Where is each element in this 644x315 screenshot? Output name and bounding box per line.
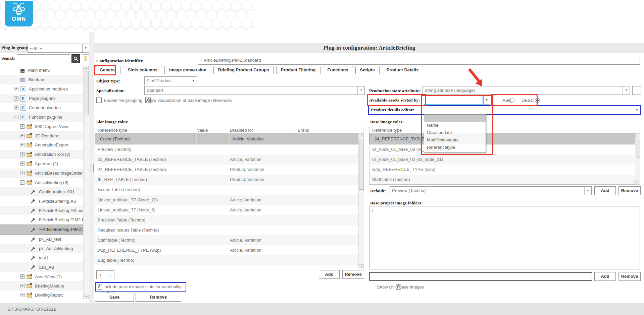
expand-plus-icon[interactable]: +	[14, 87, 18, 91]
tree-item-pk-ab-test[interactable]: pk_AB_test	[0, 235, 83, 244]
tree-item-f-articlebriefing-as-auto[interactable]: F.ArticleBriefing.AS.auto	[0, 206, 83, 215]
folder-input[interactable]	[369, 272, 592, 281]
collapse-minus-icon[interactable]: −	[20, 180, 24, 185]
include-parent-checkbox[interactable]	[97, 284, 102, 290]
specialization-select[interactable]: Standart ▼	[144, 86, 365, 95]
tree-item-test1[interactable]: test1	[0, 253, 83, 263]
table-row[interactable]: IK_REF_TABLE (Techno)Product, Variation	[95, 175, 363, 185]
expand-plus-icon[interactable]: +	[20, 162, 24, 166]
table-row[interactable]: vz_node_01_base_02 (vz_node_01)	[369, 154, 640, 165]
tree-item-page-plug-ins[interactable]: +PPage plug-ins	[0, 94, 83, 103]
tree-item-f-articlebriefing-pim2-standard[interactable]: F.ArticleBriefing.PIM2.Standard	[0, 225, 83, 235]
slot-scrollbar-thumb[interactable]	[359, 139, 364, 190]
scroll-down-icon[interactable]: ▼	[84, 295, 89, 299]
config-identifier-input[interactable]: F.ArticleBriefing.PIM2.Standard	[198, 56, 640, 65]
slot-remove-button[interactable]: Remove	[342, 270, 364, 279]
table-row[interactable]: Staff table (Techno)	[369, 175, 640, 185]
tab-briefing-product-groups[interactable]: Briefing Product Groups	[213, 66, 274, 74]
tree-item-360-degree-view[interactable]: +360 Degree View	[0, 122, 83, 131]
tree-item-briefingmodule[interactable]: +BriefingModule	[0, 281, 83, 291]
expand-plus-icon[interactable]: +	[20, 134, 24, 138]
tab-slots-columns[interactable]: Slots columns	[123, 66, 162, 74]
tree-scrollbar-thumb[interactable]	[84, 71, 89, 115]
tree-item-configuration-001[interactable]: Configuration_001	[0, 187, 83, 196]
tree-item-main-menu[interactable]: ▦Main menu	[0, 66, 83, 75]
tree-item-pk-articlebriefing[interactable]: pk_ArticleBriefing	[0, 244, 83, 253]
tree-item-articlebasedimageorder[interactable]: +ArticleBasedImageOrder	[0, 169, 83, 178]
column-header-reference-type[interactable]: Reference type	[95, 127, 194, 133]
slot-table-scrollbar[interactable]: ▲ ▼	[358, 133, 364, 269]
production-state-select[interactable]: String attribute (language) ▼	[422, 86, 630, 95]
table-row[interactable]: Cover (Techno)Article, Variation	[95, 134, 363, 144]
tab-product-details[interactable]: Product Details	[382, 66, 423, 74]
table-row[interactable]: 24_REFERENCE_TABLE (Techno)Product, Vari…	[95, 165, 363, 175]
product-details-editor-select[interactable]: Product details editor: ▼	[368, 105, 641, 115]
plugin-group-dropdown-button[interactable]: ▼	[82, 44, 89, 53]
collapse-minus-icon[interactable]: −	[14, 115, 18, 119]
scroll-up-icon[interactable]: ▲	[635, 133, 640, 138]
table-row[interactable]: Preview (Techno)	[95, 144, 363, 154]
chevron-down-icon[interactable]: ▼	[636, 109, 638, 112]
tree-item-application-modules[interactable]: +AApplication modules	[0, 84, 83, 94]
table-row[interactable]: 23_REFERENCE_TABLE (Techno)Article, Vari…	[95, 154, 363, 165]
expand-plus-icon[interactable]: +	[20, 293, 24, 297]
tree-item-3d-renderer[interactable]: +3D Renderer	[0, 131, 83, 140]
hint-button[interactable]	[82, 54, 89, 63]
tree-item-articlebriefing-9-[interactable]: −ArticleBriefing (9)	[0, 178, 83, 187]
tree-item-aperture-2-[interactable]: +Aperture (2)	[0, 159, 83, 169]
scroll-up-icon[interactable]: ▲	[84, 66, 89, 70]
base-remove-button[interactable]: Remove	[618, 186, 641, 195]
tree-item-annotationtool-2-[interactable]: +AnnotationTool (2)	[0, 150, 83, 159]
base-table-scrollbar[interactable]: ▲ ▼	[635, 133, 640, 185]
tree-item-content-plug-ins[interactable]: +CContent plug-ins	[0, 103, 83, 113]
tree-item-briefingreport[interactable]: +BriefingReport	[0, 291, 83, 299]
expand-plus-icon[interactable]: +	[14, 96, 18, 101]
chevron-down-icon[interactable]: ▼	[623, 86, 630, 94]
tab-image-conversion[interactable]: Image conversion	[164, 66, 211, 74]
expand-plus-icon[interactable]: +	[20, 274, 24, 279]
table-row[interactable]: Linked_attribute_77 (Node_22)Article, Va…	[95, 195, 363, 205]
omn-logo[interactable]: OMN	[5, 1, 33, 26]
table-row[interactable]: vz_node_01_base_03 (vz_node_01)	[369, 144, 640, 154]
splitter-handle[interactable]	[91, 164, 94, 172]
scroll-up-icon[interactable]: ▲	[359, 133, 364, 138]
plugin-group-select[interactable]: -- all --	[28, 44, 83, 53]
tree-item-annotationexport[interactable]: +AnnotationExport	[0, 140, 83, 150]
tab-functions[interactable]: Functions	[323, 66, 353, 74]
base-project-folders-textarea[interactable]: /	[369, 206, 640, 269]
tab-product-filtering[interactable]: Product Filtering	[276, 66, 320, 74]
dropdown-option-creationdate[interactable]: Creationdate	[424, 129, 486, 136]
expand-plus-icon[interactable]: +	[20, 284, 24, 288]
folder-remove-button[interactable]: Remove	[618, 272, 641, 281]
tree-item-xab-ab[interactable]: xab_AB	[0, 262, 83, 272]
table-row[interactable]: Staff table (Techno)Article, Variation	[95, 235, 363, 245]
tree-item-sidebars[interactable]: ▥Sidebars	[0, 75, 83, 84]
object-type-select[interactable]: Pim2Product	[144, 76, 190, 85]
tree-scrollbar[interactable]: ▲ ▼	[83, 66, 89, 299]
table-row[interactable]: Precision Table (Techno)	[95, 215, 363, 225]
base-add-button[interactable]: Add	[594, 186, 616, 195]
dropdown-option-name[interactable]: Name	[424, 122, 486, 129]
folder-add-button[interactable]: Add	[594, 272, 616, 281]
column-header-reference-type[interactable]: Reference type	[369, 127, 635, 133]
remove-configuration-button[interactable]: Remove configuration	[136, 293, 181, 302]
tree-item-f-articlebriefing-pim2-demo[interactable]: F.ArticleBriefing.PIM2.Demo	[0, 215, 83, 225]
default-select[interactable]: Preview (Techno) ▼	[390, 186, 592, 195]
column-header-brand[interactable]: Brand	[295, 127, 359, 133]
expand-plus-icon[interactable]: +	[14, 106, 18, 110]
object-type-dropdown-button[interactable]: ▼	[190, 76, 197, 85]
chevron-down-icon[interactable]: ▼	[357, 86, 364, 94]
column-header-disabled-for[interactable]: Disabled for	[227, 127, 295, 133]
expand-plus-icon[interactable]: +	[20, 171, 24, 175]
desc-radio[interactable]	[535, 98, 540, 103]
panel-splitter[interactable]	[89, 32, 94, 315]
expand-plus-icon[interactable]: +	[20, 152, 24, 156]
tree-item-function-plug-ins[interactable]: −FFunction plug-ins	[0, 112, 83, 122]
tab-scripts[interactable]: Scripts	[355, 66, 380, 74]
chevron-down-icon[interactable]: ▼	[584, 187, 591, 195]
available-assets-sort-combobox[interactable]	[424, 96, 483, 105]
table-row[interactable]: vz_node_01_slots_01 (vz_node_01)Test1Art…	[95, 265, 363, 269]
production-state-extra-box[interactable]	[632, 86, 641, 95]
search-input[interactable]	[17, 54, 70, 63]
tab-general[interactable]: General	[95, 66, 120, 74]
